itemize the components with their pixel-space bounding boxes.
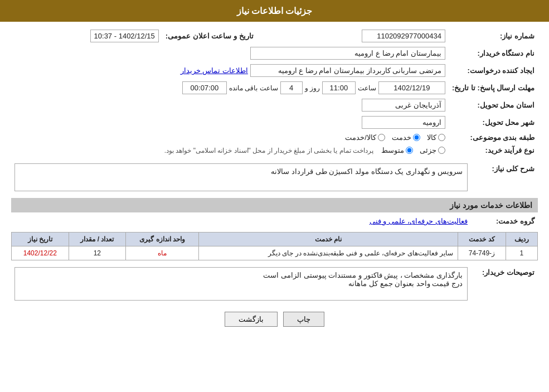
city-label: شهر محل تحویل: <box>449 114 538 131</box>
contact-link[interactable]: اطلاعات تماس خریدار <box>181 66 248 75</box>
process-cell: جزئی متوسط پرداخت تمام یا بخشی از مبلغ خ… <box>11 144 449 157</box>
description-table: شرح کلی نیاز: سرویس و نگهداری یک دستگاه … <box>11 161 538 193</box>
col-service-code: کد خدمت <box>458 233 506 246</box>
process-motavaset-label: متوسط <box>381 146 404 154</box>
category-radio-kala[interactable]: کالا <box>427 133 445 142</box>
deadline-remaining-label: ساعت باقی مانده <box>229 84 278 92</box>
table-row: 1 ز-749-74 سایر فعالیت‌های حرفه‌ای، علمی… <box>12 246 538 260</box>
process-radio-jozi-input[interactable] <box>438 147 445 154</box>
category-radio-kala-khedmat[interactable]: کالا/خدمت <box>345 133 385 142</box>
announce-label: تاریخ و ساعت اعلان عمومی: <box>162 27 257 45</box>
row-buyer-org: نام دستگاه خریدار: بیمارستان امام رضا ع … <box>11 45 538 62</box>
creator-row-flex: مرتضی ساربانی کاربرداز بیمارستان امام رض… <box>14 64 445 77</box>
row-deadline: مهلت ارسال پاسخ: تا تاریخ: 1402/12/19 سا… <box>11 79 538 96</box>
category-both-label: کالا/خدمت <box>345 133 376 142</box>
announce-cell: 1402/12/15 - 10:37 <box>11 27 162 45</box>
row-province: استان محل تحویل: آذربایجان غربی <box>11 96 538 114</box>
row-request-announce: شماره نیاز: 1102092977000434 تاریخ و ساع… <box>11 27 538 45</box>
services-table-body: 1 ز-749-74 سایر فعالیت‌های حرفه‌ای، علمی… <box>12 246 538 260</box>
col-date: تاریخ نیاز <box>12 233 69 246</box>
col-row-num: ردیف <box>506 233 537 246</box>
deadline-days-label: روز و <box>305 84 320 92</box>
process-label: نوع فرآیند خرید: <box>449 144 538 157</box>
category-label: طبقه بندی موضوعی: <box>449 131 538 144</box>
deadline-days: 4 <box>280 81 303 94</box>
buyer-org-cell: بیمارستان امام رضا ع ارومیه <box>11 45 449 62</box>
deadline-time-label: ساعت <box>358 84 376 92</box>
category-radio-khedmat[interactable]: خدمت <box>392 133 420 142</box>
request-number-label: شماره نیاز: <box>449 27 538 45</box>
buyer-notes-cell: بارگذاری مشخصات ، پیش فاکتور و مستندات پ… <box>11 265 471 303</box>
creator-label: ایجاد کننده درخواست: <box>449 62 538 79</box>
category-cell: کالا خدمت کالا/خدمت <box>11 131 449 144</box>
col-quantity: تعداد / مقدار <box>69 233 126 246</box>
col-unit: واحد اندازه گیری <box>126 233 199 246</box>
category-kala-label: کالا <box>427 133 436 142</box>
services-section-header: اطلاعات خدمات مورد نیاز <box>11 198 538 212</box>
buyer-org-value: بیمارستان امام رضا ع ارومیه <box>250 47 445 60</box>
category-radio-kala-input[interactable] <box>438 134 445 141</box>
cell-unit: ماه <box>126 246 199 260</box>
buyer-notes-text: بارگذاری مشخصات ، پیش فاکتور و مستندات پ… <box>263 271 463 288</box>
request-number-value: 1102092977000434 <box>362 30 445 42</box>
cell-quantity: 12 <box>69 246 126 260</box>
cell-service-code: ز-749-74 <box>458 246 506 260</box>
row-process: نوع فرآیند خرید: جزئی متوسط <box>11 144 538 157</box>
description-value: سرویس و نگهداری یک دستگاه مولد اکسیژن طی… <box>14 163 468 191</box>
service-group-table: گروه خدمت: فعالیت‌های حرفه‌ای، علمی و فن… <box>11 215 538 228</box>
category-radio-both-input[interactable] <box>378 134 385 141</box>
print-button[interactable]: چاپ <box>283 312 324 327</box>
request-number-cell: 1102092977000434 <box>268 27 449 45</box>
buyer-org-label: نام دستگاه خریدار: <box>449 45 538 62</box>
creator-cell: مرتضی ساربانی کاربرداز بیمارستان امام رض… <box>11 62 449 79</box>
col-service-name: نام خدمت <box>199 233 458 246</box>
service-group-cell: فعالیت‌های حرفه‌ای، علمی و فنی <box>11 215 471 228</box>
buyer-notes-row: توصیحات خریدار: بارگذاری مشخصات ، پیش فا… <box>11 265 538 303</box>
main-content: شماره نیاز: 1102092977000434 تاریخ و ساع… <box>0 22 549 332</box>
description-row: شرح کلی نیاز: سرویس و نگهداری یک دستگاه … <box>11 161 538 193</box>
deadline-remaining: 00:07:00 <box>182 81 227 94</box>
cell-row-num: 1 <box>506 246 537 260</box>
description-label: شرح کلی نیاز: <box>471 161 538 193</box>
description-cell: سرویس و نگهداری یک دستگاه مولد اکسیژن طی… <box>11 161 471 193</box>
city-cell: ارومیه <box>11 114 449 131</box>
process-radio-motavaset-input[interactable] <box>406 147 413 154</box>
category-khedmat-label: خدمت <box>392 133 411 142</box>
service-group-label: گروه خدمت: <box>471 215 538 228</box>
province-cell: آذربایجان غربی <box>11 96 449 114</box>
buyer-notes-table: توصیحات خریدار: بارگذاری مشخصات ، پیش فا… <box>11 265 538 303</box>
process-radio-motavaset[interactable]: متوسط <box>381 146 413 154</box>
deadline-label: مهلت ارسال پاسخ: تا تاریخ: <box>449 79 538 96</box>
announce-value: 1402/12/15 - 10:37 <box>90 30 159 42</box>
process-row-flex: جزئی متوسط پرداخت تمام یا بخشی از مبلغ خ… <box>14 146 445 154</box>
deadline-date: 1402/12/19 <box>378 81 445 94</box>
services-table-header-row: ردیف کد خدمت نام خدمت واحد اندازه گیری ت… <box>12 233 538 246</box>
process-radio-jozi[interactable]: جزئی <box>420 146 445 154</box>
cell-service-name: سایر فعالیت‌های حرفه‌ای، علمی و فنی طبقه… <box>199 246 458 260</box>
process-jozi-label: جزئی <box>420 146 436 154</box>
button-group: چاپ بازگشت <box>11 312 538 327</box>
province-value: آذربایجان غربی <box>362 99 445 112</box>
services-table: ردیف کد خدمت نام خدمت واحد اندازه گیری ت… <box>11 232 538 260</box>
process-radio-group: جزئی متوسط <box>381 146 445 154</box>
info-table: شماره نیاز: 1102092977000434 تاریخ و ساع… <box>11 27 538 157</box>
deadline-row-flex: 1402/12/19 ساعت 11:00 روز و 4 ساعت باقی … <box>14 81 445 94</box>
city-value: ارومیه <box>362 116 445 129</box>
province-label: استان محل تحویل: <box>449 96 538 114</box>
service-group-value[interactable]: فعالیت‌های حرفه‌ای، علمی و فنی <box>370 217 468 225</box>
deadline-time: 11:00 <box>322 81 356 94</box>
cell-date: 1402/12/22 <box>12 246 69 260</box>
category-radio-group: کالا خدمت کالا/خدمت <box>14 133 445 142</box>
row-creator: ایجاد کننده درخواست: مرتضی ساربانی کاربر… <box>11 62 538 79</box>
creator-value: مرتضی ساربانی کاربرداز بیمارستان امام رض… <box>250 64 445 77</box>
buyer-notes-value: بارگذاری مشخصات ، پیش فاکتور و مستندات پ… <box>14 267 468 301</box>
page-title: جزئیات اطلاعات نیاز <box>237 6 313 16</box>
service-group-row: گروه خدمت: فعالیت‌های حرفه‌ای، علمی و فن… <box>11 215 538 228</box>
deadline-cell: 1402/12/19 ساعت 11:00 روز و 4 ساعت باقی … <box>11 79 449 96</box>
back-button[interactable]: بازگشت <box>225 312 278 327</box>
category-radio-khedmat-input[interactable] <box>413 134 420 141</box>
row-city: شهر محل تحویل: ارومیه <box>11 114 538 131</box>
description-section: شرح کلی نیاز: سرویس و نگهداری یک دستگاه … <box>11 161 538 193</box>
process-note: پرداخت تمام یا بخشی از مبلغ خریدار از مح… <box>164 147 373 154</box>
page-header: جزئیات اطلاعات نیاز <box>0 0 549 22</box>
